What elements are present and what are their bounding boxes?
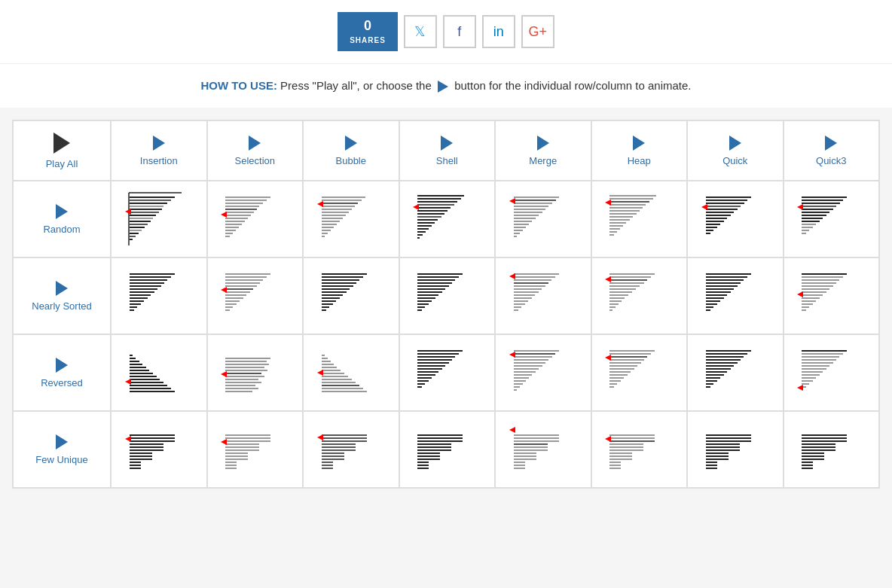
googleplus-button[interactable]: G+ [521,15,554,48]
svg-rect-2 [130,197,175,198]
shell-header-button[interactable]: Shell [436,136,458,166]
shares-button[interactable]: 0 SHARES [338,12,398,51]
svg-rect-353 [225,434,270,436]
svg-rect-151 [322,279,359,281]
svg-rect-189 [609,273,655,275]
play-all-icon [53,133,70,154]
header-quick3: Quick3 [784,120,880,181]
svg-rect-34 [322,200,362,201]
shell-play-icon [441,136,453,151]
cell-few-selection [207,411,304,488]
svg-marker-243 [125,379,131,385]
svg-rect-26 [225,221,245,222]
svg-rect-237 [130,370,149,371]
cell-random-selection [207,181,304,257]
svg-marker-121 [797,204,803,210]
linkedin-button[interactable]: in [482,15,515,48]
bubble-header-button[interactable]: Bubble [336,136,366,166]
viz-few-heap [605,419,673,480]
svg-rect-404 [609,434,655,436]
random-play-button[interactable]: Random [43,204,80,235]
svg-rect-155 [322,291,347,293]
merge-header-button[interactable]: Merge [529,136,557,166]
svg-rect-379 [417,434,463,436]
heap-header-button[interactable]: Heap [628,136,651,166]
svg-rect-250 [225,376,264,377]
svg-rect-278 [417,371,438,373]
svg-rect-119 [802,230,809,231]
svg-rect-324 [706,383,713,385]
viz-random-shell [413,189,481,249]
svg-rect-65 [514,200,556,201]
selection-header-button[interactable]: Selection [235,136,275,166]
svg-rect-9 [130,218,153,219]
quick3-header-button[interactable]: Quick3 [816,136,846,166]
svg-rect-57 [417,222,435,224]
svg-rect-336 [802,380,813,382]
svg-rect-394 [514,443,548,445]
svg-rect-101 [706,218,727,219]
svg-rect-345 [130,449,163,451]
cell-reversed-quick [687,334,784,411]
reversed-play-button[interactable]: Reversed [41,358,83,388]
svg-rect-311 [609,386,614,388]
svg-rect-230 [130,391,175,392]
svg-rect-49 [417,198,461,200]
svg-rect-397 [514,452,536,454]
svg-rect-341 [130,437,175,439]
insertion-header-button[interactable]: Insertion [140,136,178,166]
svg-rect-344 [130,446,163,448]
svg-rect-321 [706,374,724,376]
svg-rect-422 [706,449,740,451]
svg-rect-396 [514,449,548,451]
svg-rect-274 [417,359,452,361]
svg-rect-385 [417,452,440,454]
svg-rect-73 [514,224,529,225]
svg-rect-246 [225,364,269,365]
selection-play-icon [249,136,261,151]
svg-rect-308 [609,377,624,379]
svg-rect-76 [514,233,520,234]
svg-rect-349 [130,462,141,463]
nearly-sorted-play-button[interactable]: Nearly Sorted [32,281,91,312]
viz-nearly-insertion [125,266,193,326]
svg-rect-389 [417,465,429,466]
sorting-grid: Play All Insertion Selection Bubble [13,120,879,488]
play-all-button[interactable]: Play All [46,133,78,169]
cell-random-shell [399,181,496,257]
quick-header-button[interactable]: Quick [722,136,747,166]
svg-rect-294 [514,380,526,382]
svg-rect-111 [802,206,836,207]
svg-marker-47 [317,201,323,207]
svg-rect-399 [514,459,536,460]
svg-rect-319 [706,368,731,370]
play-all-label: Play All [46,158,78,169]
svg-rect-320 [706,371,727,373]
svg-rect-39 [322,215,346,216]
few-unique-label: Few Unique [35,454,87,465]
viz-few-quick3 [797,419,865,480]
twitter-button[interactable]: 𝕏 [404,15,437,48]
svg-rect-179 [514,285,545,287]
svg-rect-33 [322,197,365,198]
header-selection: Selection [207,120,304,181]
svg-marker-378 [317,434,323,440]
svg-rect-12 [130,227,145,228]
svg-rect-435 [802,452,824,454]
svg-rect-19 [225,200,267,201]
viz-nearly-shell [413,266,481,326]
few-unique-play-button[interactable]: Few Unique [35,434,87,465]
cell-nearly-selection [207,257,304,334]
svg-rect-213 [706,303,717,305]
svg-rect-299 [609,350,655,352]
facebook-button[interactable]: f [443,15,476,48]
svg-rect-372 [322,452,344,454]
svg-marker-93 [605,200,611,206]
svg-rect-145 [225,303,237,305]
svg-rect-218 [802,279,839,281]
svg-rect-245 [225,361,267,362]
viz-reversed-quick3 [797,343,865,403]
svg-marker-416 [605,436,611,442]
random-play-icon [56,204,68,219]
svg-rect-37 [322,209,352,210]
